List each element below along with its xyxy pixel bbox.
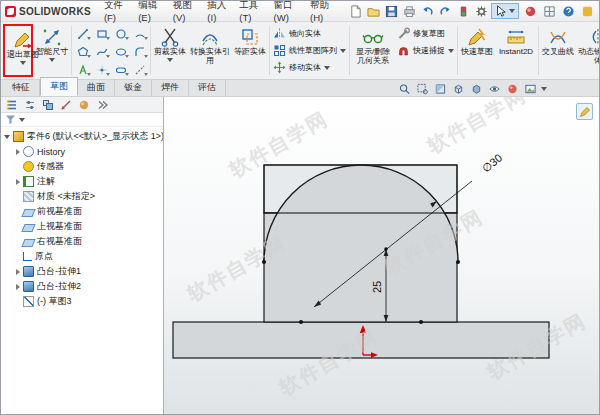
tab-features[interactable]: 特征 xyxy=(3,79,40,96)
confirmation-corner[interactable] xyxy=(576,103,593,120)
save-icon[interactable] xyxy=(384,4,399,19)
polygon-tool-icon[interactable] xyxy=(73,43,92,61)
tree-item-annotations[interactable]: 注解 xyxy=(1,174,163,189)
linear-pattern-dropdown[interactable] xyxy=(340,49,346,53)
arc-tool-icon[interactable] xyxy=(130,25,149,43)
selection-cursor-icon[interactable] xyxy=(491,3,519,19)
menu-window[interactable]: 窗口(W) xyxy=(269,0,303,25)
new-document-icon[interactable] xyxy=(348,4,363,19)
spline-tool-icon[interactable] xyxy=(92,43,111,61)
tab-surfaces[interactable]: 曲面 xyxy=(78,79,115,96)
tree-item-origin[interactable]: 原点 xyxy=(1,249,163,264)
expander-icon[interactable] xyxy=(16,149,20,155)
appearance-ball-icon[interactable] xyxy=(523,4,538,19)
dimxpert-manager-tab-icon[interactable] xyxy=(59,98,72,111)
tree-item-top-plane[interactable]: 上视基准面 xyxy=(1,219,163,234)
zoom-area-icon[interactable] xyxy=(415,82,429,95)
zoom-fit-icon[interactable] xyxy=(397,82,411,95)
display-delete-relations-button[interactable]: 显示/删除几何关系 xyxy=(351,23,395,78)
rebuild-icon[interactable] xyxy=(456,4,471,19)
cursor-dropdown-arrow[interactable] xyxy=(509,9,515,13)
filter-dropdown-arrow[interactable] xyxy=(19,118,25,122)
offset-entities-button[interactable]: 等距实体 xyxy=(232,23,268,78)
resources-icon[interactable] xyxy=(580,4,595,19)
tree-item-material[interactable]: 材质 <未指定> xyxy=(1,189,163,204)
expander-open-icon[interactable] xyxy=(4,135,10,139)
expander-icon[interactable] xyxy=(16,284,20,290)
quick-snaps-dropdown[interactable] xyxy=(448,49,454,53)
tab-weldments[interactable]: 焊件 xyxy=(152,79,189,96)
move-entities-dropdown[interactable] xyxy=(324,66,330,70)
trim-dropdown[interactable] xyxy=(167,58,173,62)
linear-pattern-button[interactable]: 线性草图阵列 xyxy=(271,43,348,58)
filter-funnel-icon[interactable] xyxy=(5,114,16,125)
construction-line-tool-icon[interactable] xyxy=(130,61,149,79)
menu-edit[interactable]: 编辑(E) xyxy=(133,0,166,25)
tree-item-sketch3[interactable]: (-) 草图3 xyxy=(1,294,163,309)
menu-help[interactable]: 帮助(H) xyxy=(305,0,338,25)
base-plate-face[interactable] xyxy=(173,322,549,358)
smart-dimension-button[interactable]: 智能尺寸 xyxy=(34,23,70,78)
intersection-curve-button[interactable]: 交叉曲线 xyxy=(540,23,576,78)
tree-item-history[interactable]: History xyxy=(1,144,163,159)
rapid-sketch-button[interactable]: 快速草图 xyxy=(459,23,495,78)
apply-scene-icon[interactable] xyxy=(523,82,537,95)
text-tool-icon[interactable] xyxy=(73,61,92,79)
trim-entities-button[interactable]: 剪裁实体 xyxy=(152,23,188,78)
tree-item-right-plane[interactable]: 右视基准面 xyxy=(1,234,163,249)
panel-chevron-icon[interactable] xyxy=(95,98,108,111)
ellipse-tool-icon[interactable] xyxy=(111,43,130,61)
smart-dimension-dropdown[interactable] xyxy=(49,58,55,62)
tree-root-part[interactable]: 零件6 (默认<<默认>_显示状态 1>) xyxy=(1,129,163,144)
rectangle-tool-icon[interactable] xyxy=(92,25,111,43)
instant2d-button[interactable]: Instant2D xyxy=(495,23,537,78)
fillet-tool-icon[interactable] xyxy=(130,43,149,61)
convert-entities-button[interactable]: 转换实体引用 xyxy=(188,23,232,78)
undo-icon[interactable] xyxy=(420,4,435,19)
menu-view[interactable]: 视图(V) xyxy=(168,0,201,25)
display-style-icon[interactable] xyxy=(469,82,483,95)
circle-tool-icon[interactable] xyxy=(111,25,130,43)
display-manager-tab-icon[interactable] xyxy=(77,98,90,111)
hide-show-icon[interactable] xyxy=(487,82,501,95)
sketch-point[interactable] xyxy=(262,260,266,264)
help-icon[interactable] xyxy=(561,4,576,19)
tree-item-boss-extrude2[interactable]: 凸台-拉伸2 xyxy=(1,279,163,294)
options-icon[interactable] xyxy=(474,4,489,19)
property-manager-tab-icon[interactable] xyxy=(23,98,36,111)
configuration-manager-tab-icon[interactable] xyxy=(41,98,54,111)
expander-icon[interactable] xyxy=(16,179,20,185)
section-view-icon[interactable] xyxy=(433,82,447,95)
repair-sketch-button[interactable]: 修复草图 xyxy=(395,26,456,41)
headsup-dropdown-arrow[interactable] xyxy=(541,87,547,91)
graphics-area[interactable]: ∅30 25 xyxy=(164,97,599,415)
menu-tools[interactable]: 工具(T) xyxy=(234,0,266,25)
line-tool-icon[interactable] xyxy=(73,25,92,43)
tab-sketch[interactable]: 草图 xyxy=(40,77,78,96)
open-icon[interactable] xyxy=(366,4,381,19)
view-orientation-icon[interactable] xyxy=(451,82,465,95)
sketch-point[interactable] xyxy=(299,320,303,324)
tree-item-front-plane[interactable]: 前视基准面 xyxy=(1,204,163,219)
menu-insert[interactable]: 插入(I) xyxy=(202,0,232,25)
redo-icon[interactable] xyxy=(438,4,453,19)
tab-sheet-metal[interactable]: 钣金 xyxy=(115,79,152,96)
quick-snaps-button[interactable]: 快速捕捉 xyxy=(395,43,456,58)
feature-tree-tab-icon[interactable] xyxy=(5,98,18,111)
edit-appearance-icon[interactable] xyxy=(505,82,519,95)
grid-icon[interactable] xyxy=(542,4,557,19)
move-entities-button[interactable]: 移动实体 xyxy=(271,60,348,75)
tree-item-sensors[interactable]: 传感器 xyxy=(1,159,163,174)
exit-sketch-dropdown[interactable] xyxy=(20,61,26,65)
point-tool-icon[interactable] xyxy=(92,61,111,79)
menu-file[interactable]: 文件(F) xyxy=(99,0,131,25)
mirror-entities-button[interactable]: 镜向实体 xyxy=(271,26,348,41)
expander-icon[interactable] xyxy=(16,269,20,275)
sketch-point[interactable] xyxy=(419,320,423,324)
tree-item-boss-extrude1[interactable]: 凸台-拉伸1 xyxy=(1,264,163,279)
tab-evaluate[interactable]: 评估 xyxy=(189,79,226,96)
sketch-point[interactable] xyxy=(456,260,460,264)
print-icon[interactable] xyxy=(402,4,417,19)
slot-tool-icon[interactable] xyxy=(111,61,130,79)
dynamic-mirror-button[interactable]: 动态镜向实体 xyxy=(576,23,599,78)
